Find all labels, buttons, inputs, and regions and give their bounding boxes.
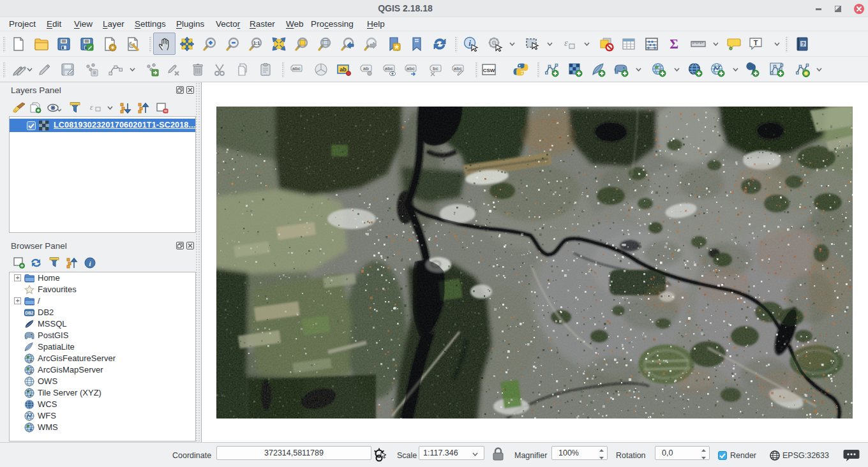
svg-text:bc: bc [433, 66, 438, 71]
svg-text:ε: ε [564, 38, 568, 48]
svg-text:?: ? [802, 41, 805, 47]
svg-text:abc: abc [292, 66, 301, 71]
svg-text:Σ: Σ [670, 36, 678, 52]
svg-text:ab: ab [363, 66, 369, 71]
svg-text:i: i [468, 38, 471, 48]
svg-text:DB2: DB2 [25, 311, 33, 315]
svg-text:ε: ε [90, 103, 93, 112]
svg-text:T: T [754, 39, 758, 47]
svg-text:abc: abc [407, 66, 415, 71]
svg-text:1:1: 1:1 [253, 41, 259, 45]
svg-text:ab: ab [340, 66, 347, 73]
svg-text:CSW: CSW [483, 68, 495, 73]
svg-text:abc: abc [385, 66, 393, 71]
